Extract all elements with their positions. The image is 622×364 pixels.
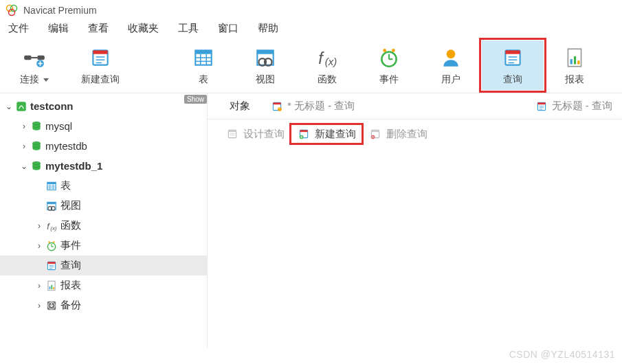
query-icon — [501, 43, 524, 72]
svg-point-61 — [48, 241, 49, 242]
database-icon — [29, 120, 44, 133]
tab-untitled1[interactable]: ** 无标题 - 查询 — [261, 97, 364, 115]
tree-view-5[interactable]: 视图 — [0, 196, 207, 216]
svg-rect-70 — [51, 284, 52, 288]
tree-label: mysql — [45, 120, 72, 132]
svg-text:(x): (x) — [50, 225, 57, 231]
tool-view[interactable]: 视图 — [234, 41, 296, 90]
watermark: CSDN @YZL40514131 — [509, 349, 615, 360]
tool-connect[interactable]: 连接 — [0, 41, 69, 90]
tree-label: 报表 — [60, 279, 81, 292]
action-new[interactable]: 新建查询 — [291, 125, 362, 143]
actionbar: 设计查询新建查询删除查询 — [208, 120, 622, 148]
tree-function-6[interactable]: ›f(x)函数 — [0, 216, 207, 236]
svg-rect-84 — [228, 130, 236, 132]
menu-5[interactable]: 窗口 — [218, 22, 238, 35]
tool-query[interactable]: 查询 — [482, 41, 544, 90]
svg-text:f: f — [318, 49, 324, 67]
database-icon — [29, 140, 44, 152]
menu-3[interactable]: 收藏夹 — [128, 22, 159, 35]
chevron-down-icon[interactable]: ⌄ — [4, 102, 14, 111]
chevron-right-icon[interactable]: › — [34, 221, 44, 231]
menu-4[interactable]: 工具 — [178, 22, 199, 35]
action-delete: 删除查询 — [363, 125, 433, 143]
app-title: Navicat Premium — [23, 5, 97, 16]
tool-label: 报表 — [565, 73, 584, 86]
tree-database-1[interactable]: ›mysql — [0, 116, 207, 136]
tree-label: 视图 — [60, 199, 81, 212]
tabbar: 对象** 无标题 - 查询无标题 - 查询 — [208, 93, 622, 120]
tree-event-7[interactable]: ›事件 — [0, 236, 207, 255]
svg-text:(x): (x) — [325, 56, 337, 67]
svg-rect-39 — [16, 102, 26, 111]
menu-1[interactable]: 编辑 — [48, 22, 69, 35]
chevron-right-icon[interactable]: › — [19, 141, 29, 151]
app-logo-icon — [5, 4, 18, 16]
tool-newquery[interactable]: 新建查询 — [69, 41, 131, 90]
report-icon — [563, 43, 586, 72]
connection-tree: ⌄testconn›mysql›mytestdb⌄mytestdb_1表视图›f… — [0, 96, 207, 315]
tab-label: * 无标题 - 查询 — [287, 100, 355, 113]
tree-label: testconn — [30, 100, 74, 112]
event-icon — [44, 240, 59, 252]
svg-point-29 — [447, 49, 456, 58]
function-icon: f(x) — [315, 43, 339, 72]
table-icon — [44, 180, 59, 192]
svg-rect-31 — [505, 50, 520, 54]
tree-label: 函数 — [60, 219, 81, 232]
tool-label: 查询 — [503, 73, 522, 86]
svg-point-27 — [383, 49, 386, 52]
tree-label: mytestdb_1 — [45, 160, 102, 172]
menu-0[interactable]: 文件 — [8, 22, 29, 35]
tree-label: 表 — [60, 179, 71, 192]
svg-text:*: * — [279, 107, 280, 111]
tree-label: 事件 — [60, 239, 81, 252]
query-gray-icon — [225, 127, 239, 141]
svg-rect-19 — [257, 50, 273, 54]
menu-6[interactable]: 帮助 — [258, 22, 278, 35]
tool-label: 表 — [199, 73, 208, 86]
tool-event[interactable]: 事件 — [358, 41, 420, 90]
tool-function[interactable]: f(x)函数 — [296, 41, 358, 90]
chevron-right-icon[interactable]: › — [34, 241, 44, 251]
tree-table-4[interactable]: 表 — [0, 176, 207, 196]
backup-icon — [44, 299, 59, 312]
svg-point-28 — [392, 49, 395, 52]
svg-rect-4 — [37, 56, 45, 60]
tab-objects[interactable]: 对象 — [220, 97, 260, 115]
query-icon — [44, 260, 59, 272]
tool-table[interactable]: 表 — [173, 41, 234, 90]
tree-query-8[interactable]: 查询 — [0, 255, 207, 275]
tree-connection-0[interactable]: ⌄testconn — [0, 96, 207, 116]
svg-rect-3 — [24, 56, 32, 60]
tree-report-9[interactable]: ›报表 — [0, 275, 207, 295]
event-icon — [377, 43, 401, 72]
chevron-right-icon[interactable]: › — [34, 301, 44, 310]
chevron-down-icon[interactable]: ⌄ — [19, 161, 29, 171]
svg-rect-88 — [300, 130, 307, 132]
tool-report[interactable]: 报表 — [544, 41, 606, 90]
tab-label: 无标题 - 查询 — [552, 100, 612, 113]
toolbar: 连接新建查询表视图f(x)函数事件用户查询报表 — [0, 41, 622, 93]
chevron-down-icon — [43, 78, 49, 82]
query-mod-icon: * — [271, 100, 283, 113]
tool-user[interactable]: 用户 — [420, 41, 482, 90]
view-icon — [44, 200, 59, 212]
tree-database-3[interactable]: ⌄mytestdb_1 — [0, 156, 207, 176]
query-add-icon — [297, 127, 311, 141]
tree-label: mytestdb — [45, 140, 87, 152]
chevron-right-icon[interactable]: › — [34, 281, 44, 291]
content-area: 对象** 无标题 - 查询无标题 - 查询 设计查询新建查询删除查询 — [208, 93, 622, 348]
show-tag[interactable]: Show — [184, 95, 207, 104]
tab-untitled2[interactable]: 无标题 - 查询 — [526, 97, 622, 115]
action-label: 设计查询 — [243, 128, 285, 141]
tool-label: 新建查询 — [81, 73, 120, 86]
database-icon — [29, 160, 44, 172]
tool-label: 函数 — [318, 73, 337, 86]
tool-label: 视图 — [256, 73, 275, 86]
tree-backup-10[interactable]: ›备份 — [0, 295, 207, 315]
menu-2[interactable]: 查看 — [88, 22, 109, 35]
tree-database-2[interactable]: ›mytestdb — [0, 136, 207, 156]
chevron-right-icon[interactable]: › — [19, 122, 29, 131]
action-design: 设计查询 — [220, 125, 290, 143]
